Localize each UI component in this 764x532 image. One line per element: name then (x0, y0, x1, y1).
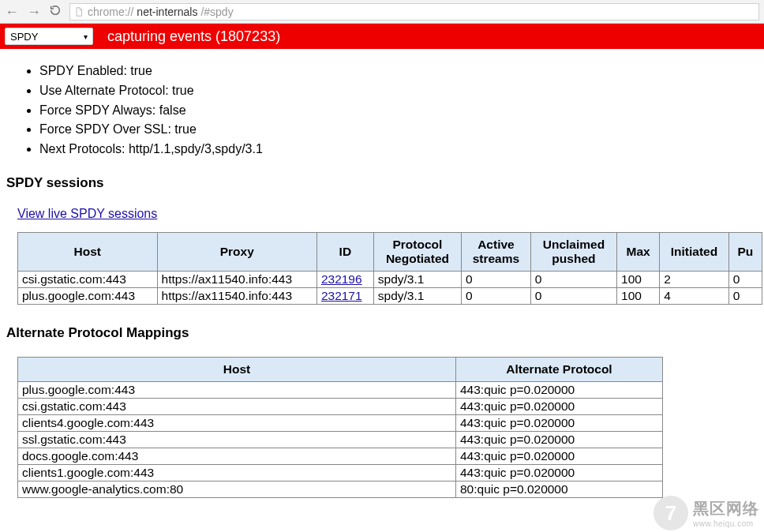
table-row: docs.google.com:443443:quic p=0.020000 (18, 448, 663, 464)
table-row: csi.gstatic.com:443443:quic p=0.020000 (18, 398, 663, 414)
table-cell: www.google-analytics.com:80 (18, 481, 456, 497)
alt-proto-table: HostAlternate Protocol plus.google.com:4… (17, 357, 663, 498)
table-cell: 443:quic p=0.020000 (456, 464, 663, 481)
table-cell: 232171 (316, 287, 373, 304)
section-dropdown[interactable]: SPDY ▾ (5, 28, 93, 45)
table-row: www.google-analytics.com:8080:quic p=0.0… (18, 481, 663, 497)
chevron-down-icon: ▾ (84, 32, 88, 41)
table-cell: 0 (462, 271, 531, 287)
reload-button[interactable] (49, 4, 62, 19)
session-id-link[interactable]: 232196 (321, 272, 362, 286)
table-cell: spdy/3.1 (373, 287, 461, 304)
column-header: Alternate Protocol (456, 357, 663, 381)
session-id-link[interactable]: 232171 (321, 289, 362, 302)
table-cell: clients4.google.com:443 (18, 414, 456, 431)
table-cell: plus.google.com:443 (18, 381, 456, 398)
status-item: Force SPDY Always: false (39, 101, 764, 121)
dropdown-value: SPDY (10, 31, 38, 43)
url-host: net-internals (137, 6, 197, 18)
column-header: Max (617, 232, 660, 271)
table-cell: 443:quic p=0.020000 (456, 398, 663, 414)
url-scheme: chrome:// (88, 6, 133, 18)
column-header: ProtocolNegotiated (373, 232, 461, 271)
column-header: Initiated (660, 232, 729, 271)
capture-status: capturing events (1807233) (107, 28, 280, 45)
table-row: plus.google.com:443https://ax11540.info:… (18, 287, 762, 304)
status-item: SPDY Enabled: true (39, 62, 764, 81)
column-header: Activestreams (462, 232, 531, 271)
page-icon (73, 6, 84, 17)
browser-toolbar: ← → chrome://net-internals/#spdy (0, 0, 764, 24)
table-cell: plus.google.com:443 (18, 287, 158, 304)
table-cell: 100 (617, 287, 660, 304)
table-row: ssl.gstatic.com:443443:quic p=0.020000 (18, 431, 663, 448)
table-row: clients4.google.com:443443:quic p=0.0200… (18, 414, 663, 431)
table-cell: csi.gstatic.com:443 (18, 271, 158, 287)
table-cell: 0 (728, 271, 762, 287)
table-cell: 443:quic p=0.020000 (456, 431, 663, 448)
table-row: plus.google.com:443443:quic p=0.020000 (18, 381, 663, 398)
table-cell: 0 (530, 271, 616, 287)
column-header: Pu (728, 232, 762, 271)
column-header: Unclaimedpushed (530, 232, 616, 271)
table-cell: https://ax11540.info:443 (157, 287, 316, 304)
url-bar[interactable]: chrome://net-internals/#spdy (69, 3, 759, 21)
table-cell: 4 (660, 287, 729, 304)
table-cell: 443:quic p=0.020000 (456, 381, 663, 398)
alt-proto-heading: Alternate Protocol Mappings (6, 325, 764, 341)
table-cell: 0 (462, 287, 531, 304)
table-cell: 0 (728, 287, 762, 304)
nav-buttons: ← → (5, 4, 62, 19)
table-cell: 443:quic p=0.020000 (456, 448, 663, 464)
reload-icon (49, 4, 62, 17)
table-cell: 2 (660, 271, 729, 287)
capture-banner: SPDY ▾ capturing events (1807233) (0, 24, 764, 49)
status-item: Use Alternate Protocol: true (39, 81, 764, 101)
column-header: Proxy (157, 232, 316, 271)
view-live-sessions-link[interactable]: View live SPDY sessions (17, 207, 157, 221)
sessions-heading: SPDY sessions (6, 175, 764, 191)
table-cell: csi.gstatic.com:443 (18, 398, 456, 414)
forward-button[interactable]: → (27, 5, 41, 19)
table-cell: clients1.google.com:443 (18, 464, 456, 481)
table-row: csi.gstatic.com:443https://ax11540.info:… (18, 271, 762, 287)
table-cell: ssl.gstatic.com:443 (18, 431, 456, 448)
table-cell: 0 (530, 287, 616, 304)
table-cell: docs.google.com:443 (18, 448, 456, 464)
table-cell: 100 (617, 271, 660, 287)
column-header: ID (316, 232, 373, 271)
url-fragment: /#spdy (200, 6, 233, 18)
column-header: Host (18, 357, 456, 381)
table-cell: 443:quic p=0.020000 (456, 414, 663, 431)
table-cell: spdy/3.1 (373, 271, 461, 287)
table-row: clients1.google.com:443443:quic p=0.0200… (18, 464, 663, 481)
status-item: Force SPDY Over SSL: true (39, 120, 764, 140)
back-button[interactable]: ← (5, 5, 19, 19)
table-cell: 232196 (316, 271, 373, 287)
status-item: Next Protocols: http/1.1,spdy/3,spdy/3.1 (39, 140, 764, 159)
spdy-status-list: SPDY Enabled: trueUse Alternate Protocol… (39, 62, 764, 159)
column-header: Host (18, 232, 158, 271)
sessions-table: HostProxyIDProtocolNegotiatedActivestrea… (17, 232, 762, 305)
table-cell: https://ax11540.info:443 (157, 271, 316, 287)
table-cell: 80:quic p=0.020000 (456, 481, 663, 497)
